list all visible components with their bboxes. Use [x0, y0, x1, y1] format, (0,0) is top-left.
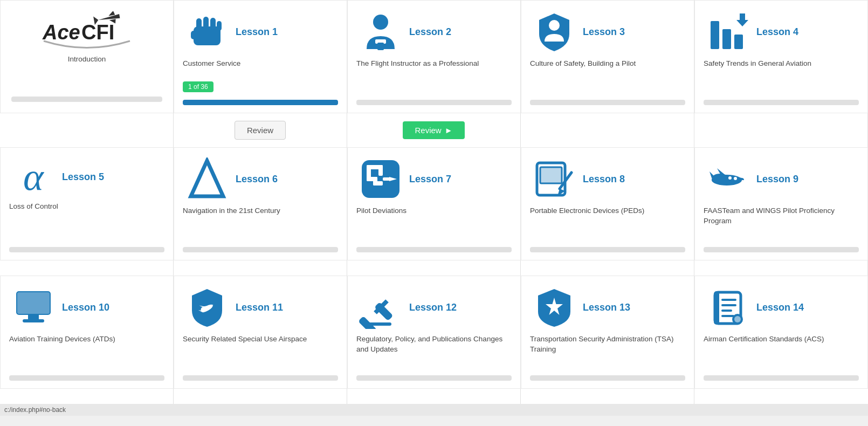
- svg-rect-29: [383, 177, 390, 181]
- lesson13-top: Lesson 13: [530, 286, 685, 329]
- svg-rect-57: [721, 315, 734, 317]
- intro-progress-bar: [11, 97, 162, 102]
- lesson13-progress-bar: [530, 375, 685, 381]
- svg-text:CFI: CFI: [81, 21, 114, 44]
- r2-c2: [174, 260, 347, 276]
- lesson1-review-button[interactable]: Review: [235, 121, 286, 140]
- lesson3-progress-bar: [530, 100, 685, 105]
- lesson3-review-cell: [521, 113, 694, 147]
- lesson13-icon: [530, 286, 578, 329]
- lesson8-label: Lesson 8: [583, 174, 625, 185]
- svg-rect-41: [17, 292, 50, 314]
- r2-c4: [521, 260, 694, 276]
- svg-marker-20: [191, 161, 223, 196]
- lesson8-card: Lesson 8 Portable Electronic Devices (PE…: [521, 147, 694, 260]
- r3-c5: [694, 389, 868, 404]
- r2-c3: [347, 260, 521, 276]
- svg-rect-14: [377, 43, 384, 50]
- lesson12-card: Lesson 12 Regulatory, Policy, and Public…: [347, 276, 521, 389]
- lesson14-progress-bar: [704, 375, 859, 381]
- r2-c5: [694, 260, 868, 276]
- lesson2-review-label: Review: [415, 126, 441, 135]
- lesson3-label: Lesson 3: [583, 26, 625, 38]
- svg-point-39: [734, 177, 737, 180]
- lesson10-top: Lesson 10: [9, 286, 164, 329]
- lesson6-top: Lesson 6: [183, 157, 338, 201]
- lesson9-icon: [704, 157, 752, 201]
- svg-point-15: [549, 20, 560, 31]
- logo-svg: Ace CFI: [33, 11, 141, 54]
- lesson14-title: Airman Certification Standards (ACS): [704, 334, 824, 352]
- lesson4-label: Lesson 4: [756, 26, 798, 38]
- lesson13-title: Transportation Security Administration (…: [530, 334, 685, 355]
- lesson6-label: Lesson 6: [236, 174, 278, 185]
- svg-rect-7: [196, 18, 202, 30]
- lesson10-icon: [9, 286, 58, 329]
- lesson10-label: Lesson 10: [62, 302, 109, 313]
- lesson10-card: Lesson 10 Aviation Training Devices (ATD…: [0, 276, 174, 389]
- lesson2-progress-bar: [356, 100, 512, 105]
- lesson4-icon: [704, 10, 752, 53]
- lesson5-top: α Lesson 5: [9, 157, 164, 196]
- lesson2-review-cell[interactable]: Review ►: [347, 113, 521, 147]
- lesson12-progress-bar: [356, 375, 512, 381]
- status-text: c:/index.php#no-back: [4, 406, 66, 414]
- lesson1-badge: 1 of 36: [183, 81, 213, 92]
- lesson5-progress-bar: [9, 247, 164, 252]
- logo-area: Ace CFI: [33, 11, 141, 54]
- intro-title: Introduction: [68, 54, 106, 72]
- svg-rect-24: [378, 165, 383, 176]
- lesson7-top: Lesson 7: [356, 157, 512, 201]
- svg-point-12: [373, 15, 388, 30]
- lesson2-review-button[interactable]: Review ►: [403, 121, 464, 139]
- svg-rect-18: [734, 35, 743, 49]
- lesson11-title: Security Related Special Use Airspace: [183, 334, 307, 352]
- lesson5-label: Lesson 5: [62, 171, 104, 183]
- lesson11-card: Lesson 11 Security Related Special Use A…: [174, 276, 347, 389]
- lesson14-top: Lesson 14: [704, 286, 859, 329]
- lesson8-icon: [530, 157, 578, 201]
- lesson1-review-cell[interactable]: Review: [174, 113, 347, 147]
- lesson11-icon: [183, 286, 231, 329]
- r3-c4: [521, 389, 694, 404]
- lesson1-label: Lesson 1: [236, 26, 278, 38]
- lesson12-icon: [356, 286, 405, 329]
- svg-point-59: [734, 316, 741, 322]
- lesson5-icon: α: [9, 157, 58, 196]
- lesson6-card: Lesson 6 Navigation in the 21st Century: [174, 147, 347, 260]
- svg-marker-2: [108, 11, 115, 16]
- lesson2-icon: [356, 10, 405, 53]
- svg-rect-9: [210, 18, 216, 30]
- lesson3-icon: [530, 10, 578, 53]
- svg-rect-17: [722, 29, 731, 49]
- lesson2-top: Lesson 2: [356, 10, 512, 53]
- lesson4-review-cell: [694, 113, 868, 147]
- lesson2-card: Lesson 2 The Flight Instructor as a Prof…: [347, 0, 521, 113]
- lesson1-progress-fill: [183, 100, 338, 105]
- lesson14-icon: [704, 286, 752, 329]
- lesson8-title: Portable Electronic Devices (PEDs): [530, 206, 644, 223]
- lesson1-title: Customer Service: [183, 59, 240, 76]
- svg-rect-11: [191, 31, 196, 39]
- r3-c2: [174, 389, 347, 404]
- lesson1-card: Lesson 1 Customer Service 1 of 36: [174, 0, 347, 113]
- svg-point-38: [728, 176, 732, 180]
- lesson11-top: Lesson 11: [183, 286, 338, 329]
- lesson1-icon: [183, 10, 231, 53]
- alpha-symbol: α: [23, 157, 44, 196]
- lesson6-progress-bar: [183, 247, 338, 252]
- r3-c3: [347, 389, 521, 404]
- svg-rect-56: [721, 310, 732, 312]
- lesson13-card: Lesson 13 Transportation Security Admini…: [521, 276, 694, 389]
- lesson7-icon: [356, 157, 405, 201]
- lesson4-title: Safety Trends in General Aviation: [704, 59, 811, 76]
- lesson11-label: Lesson 11: [236, 302, 283, 313]
- lesson4-top: Lesson 4: [704, 10, 859, 53]
- lesson8-top: Lesson 8: [530, 157, 685, 201]
- svg-rect-16: [711, 21, 719, 49]
- lesson7-progress-bar: [356, 247, 512, 252]
- svg-rect-42: [28, 315, 39, 319]
- lesson9-label: Lesson 9: [756, 174, 798, 185]
- lesson9-card: Lesson 9 FAASTeam and WINGS Pilot Profic…: [694, 147, 868, 260]
- lesson10-title: Aviation Training Devices (ATDs): [9, 334, 115, 352]
